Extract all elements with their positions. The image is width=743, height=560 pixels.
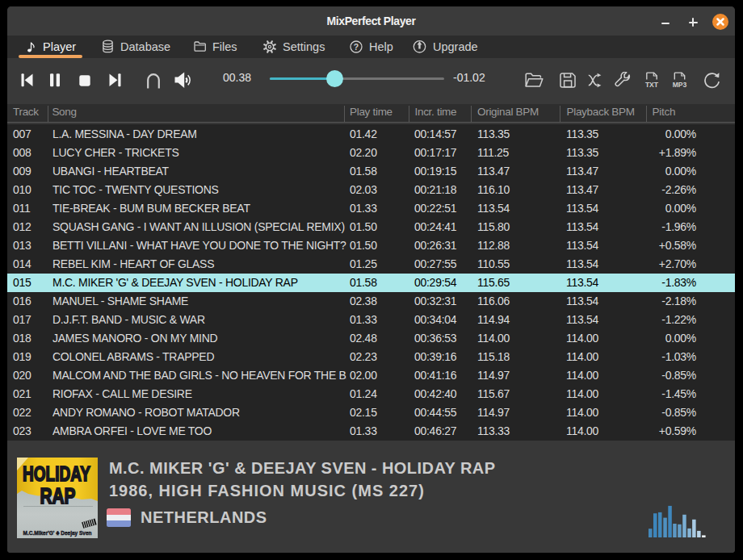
svg-text:M.C.Miker'G' ♣ Deejay Sven: M.C.Miker'G' ♣ Deejay Sven [23,529,92,537]
svg-text:?: ? [354,41,359,51]
svg-text:TXT: TXT [645,81,659,89]
svg-text:HOLIDAY: HOLIDAY [23,462,90,486]
svg-text:RAP: RAP [40,483,76,508]
svg-text:MP3: MP3 [673,81,687,89]
